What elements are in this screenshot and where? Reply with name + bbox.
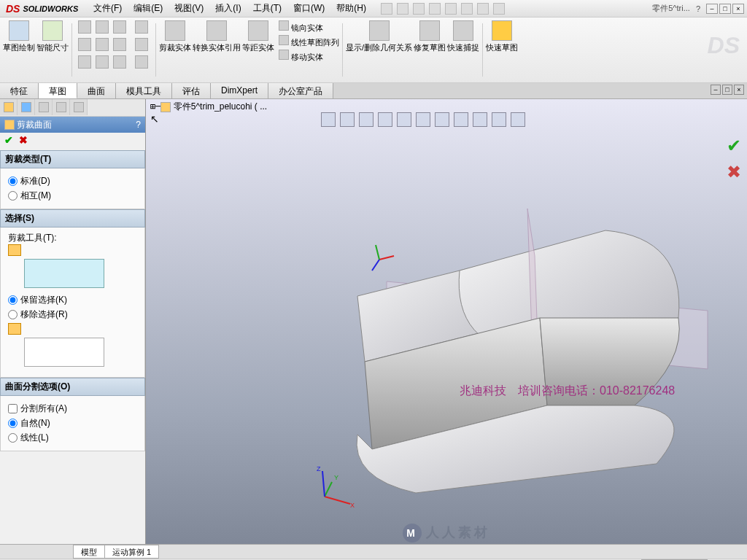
display-style-icon[interactable] <box>416 112 430 127</box>
bottom-tab-motion[interactable]: 运动算例 1 <box>104 545 159 559</box>
convert-icon <box>206 20 227 41</box>
repair-sketch-button[interactable]: 修复草图 <box>414 20 446 79</box>
tab-sketch[interactable]: 草图 <box>39 83 77 98</box>
render-icon[interactable] <box>511 112 525 127</box>
accept-button[interactable]: ✔ <box>4 134 13 146</box>
menu-file[interactable]: 文件(F) <box>88 2 128 15</box>
trim-type-header[interactable]: 剪裁类型(T) <box>0 150 145 168</box>
plane-icon[interactable] <box>135 55 148 69</box>
new-icon[interactable] <box>381 3 392 15</box>
check-split-all[interactable]: 分割所有(A) <box>8 402 137 415</box>
document-name: 零件5^tri... <box>652 3 690 14</box>
section-view-icon[interactable] <box>378 112 392 127</box>
mdi-max[interactable]: □ <box>722 85 732 95</box>
scene-icon[interactable] <box>454 112 468 127</box>
minimize-button[interactable]: – <box>706 4 718 14</box>
maximize-button[interactable]: □ <box>719 4 731 14</box>
rect-icon[interactable] <box>78 38 91 51</box>
menu-view[interactable]: 视图(V) <box>169 2 209 15</box>
help-icon[interactable]: ? <box>136 120 141 130</box>
radio-keep[interactable]: 保留选择(K) <box>8 294 137 306</box>
circle-icon[interactable] <box>96 20 109 34</box>
convert-entities-button[interactable]: 转换实体引用 <box>193 20 241 79</box>
mirror-button[interactable]: 镜向实体 <box>279 20 339 34</box>
feature-tree-tab-icon[interactable] <box>0 99 18 115</box>
trim-tool-selection-box[interactable] <box>24 259 104 288</box>
select-header[interactable]: 选择(S) <box>0 209 145 228</box>
print-icon[interactable] <box>429 3 441 15</box>
panel-title-bar: 剪裁曲面 ? <box>0 117 145 133</box>
search-help[interactable]: ? <box>696 4 700 13</box>
sketch-draw-button[interactable]: 草图绘制 <box>3 20 35 79</box>
split-options-header[interactable]: 曲面分割选项(O) <box>0 378 145 396</box>
cancel-button[interactable]: ✖ <box>19 134 28 146</box>
rapid-sketch-button[interactable]: 快速草图 <box>486 20 518 79</box>
close-button[interactable]: × <box>732 4 744 14</box>
menu-insert[interactable]: 插入(I) <box>209 2 247 15</box>
tab-mold-tools[interactable]: 模具工具 <box>116 83 172 98</box>
radio-standard[interactable]: 标准(D) <box>8 175 137 187</box>
poly-icon[interactable] <box>78 55 91 69</box>
radio-linear[interactable]: 线性(L) <box>8 432 137 444</box>
point-icon[interactable] <box>96 55 109 69</box>
line-icon[interactable] <box>78 20 91 34</box>
hide-show-icon[interactable] <box>435 112 449 127</box>
quick-snap-button[interactable]: 快速捕捉 <box>447 20 479 79</box>
tab-dimxpert[interactable]: DimXpert <box>211 83 268 98</box>
open-icon[interactable] <box>397 3 409 15</box>
corner-cancel-icon[interactable]: ✖ <box>727 162 741 182</box>
property-tab-icon[interactable] <box>18 99 35 115</box>
tab-office[interactable]: 办公室产品 <box>268 83 333 98</box>
zoom-fit-icon[interactable] <box>321 112 336 127</box>
radio-mutual[interactable]: 相互(M) <box>8 190 137 202</box>
appearance-icon[interactable] <box>473 112 487 127</box>
redo-icon[interactable] <box>461 3 473 15</box>
fillet-icon[interactable] <box>135 38 148 51</box>
rapid-label: 快速草图 <box>486 42 518 53</box>
arc-icon[interactable] <box>113 20 126 34</box>
offset-entities-button[interactable]: 等距实体 <box>242 20 274 79</box>
mdi-close[interactable]: × <box>734 85 744 95</box>
bottom-tab-model[interactable]: 模型 <box>73 545 105 559</box>
display-tab-icon[interactable] <box>70 99 88 115</box>
dimxpert-tab-icon[interactable] <box>53 99 70 115</box>
prev-view-icon[interactable] <box>359 112 374 127</box>
view-triad: X Y Z <box>314 464 357 508</box>
tab-surfaces[interactable]: 曲面 <box>77 83 116 98</box>
rebuild-icon[interactable] <box>493 3 505 15</box>
slot-icon[interactable] <box>135 20 148 34</box>
smart-dim-button[interactable]: 智能尺寸 <box>36 20 69 79</box>
corner-ok-icon[interactable]: ✔ <box>727 136 741 156</box>
view-settings-icon[interactable] <box>492 112 506 127</box>
menu-tools[interactable]: 工具(T) <box>247 2 287 15</box>
graphics-viewport[interactable]: ⊞─ 零件5^trim_pelucohi ( ... ↖ ✔ ✖ <box>146 99 747 544</box>
tab-evaluate[interactable]: 评估 <box>172 83 211 98</box>
text-icon[interactable] <box>113 55 126 69</box>
trim-entities-button[interactable]: 剪裁实体 <box>159 20 191 79</box>
flyout-tree[interactable]: ⊞─ 零件5^trim_pelucohi ( ... ↖ <box>150 101 267 125</box>
config-tab-icon[interactable] <box>35 99 53 115</box>
move-button[interactable]: 移动实体 <box>279 50 339 63</box>
menu-help[interactable]: 帮助(H) <box>330 2 372 15</box>
options-icon[interactable] <box>477 3 489 15</box>
overlay-training: 培训咨询电话：010-82176248 <box>518 384 675 397</box>
array-tools: 镜向实体 线性草图阵列 移动实体 <box>279 20 339 79</box>
svg-line-6 <box>372 260 379 271</box>
spline-icon[interactable] <box>113 38 126 51</box>
ellipse-icon[interactable] <box>96 38 109 51</box>
mdi-min[interactable]: – <box>711 85 721 95</box>
menu-window[interactable]: 窗口(W) <box>287 2 330 15</box>
undo-icon[interactable] <box>445 3 457 15</box>
save-icon[interactable] <box>413 3 425 15</box>
radio-remove[interactable]: 移除选择(R) <box>8 308 137 321</box>
show-rel-label: 显示/删除几何关系 <box>346 42 412 53</box>
show-relations-button[interactable]: 显示/删除几何关系 <box>346 20 412 79</box>
menu-edit[interactable]: 编辑(E) <box>128 2 169 15</box>
view-orient-icon[interactable] <box>397 112 411 127</box>
tab-features[interactable]: 特征 <box>0 83 39 98</box>
radio-natural[interactable]: 自然(N) <box>8 417 137 429</box>
zoom-area-icon[interactable] <box>340 112 355 127</box>
pieces-selection-box[interactable] <box>24 338 104 367</box>
pattern-button[interactable]: 线性草图阵列 <box>279 35 339 48</box>
cursor-icon: ↖ <box>150 113 159 125</box>
